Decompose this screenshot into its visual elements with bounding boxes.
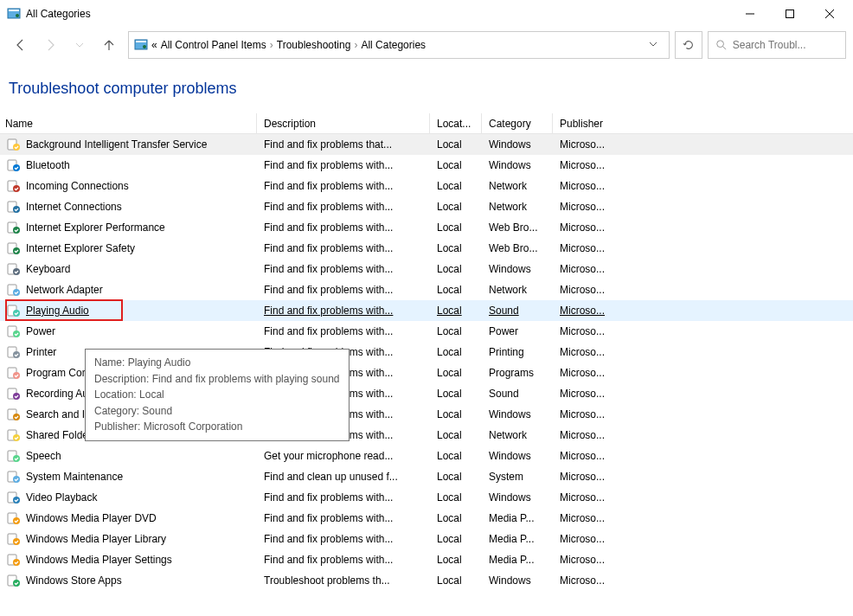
search-icon (715, 38, 728, 52)
svg-rect-1 (9, 10, 19, 11)
svg-point-21 (13, 227, 20, 234)
item-icon (7, 283, 21, 297)
cell-cat: Sound (482, 388, 553, 400)
table-row[interactable]: Background Intelligent Transfer ServiceF… (0, 134, 853, 155)
svg-point-13 (13, 144, 20, 151)
svg-point-53 (13, 559, 20, 566)
svg-point-35 (13, 372, 20, 379)
item-icon (7, 324, 21, 338)
cell-cat: Windows (482, 263, 553, 275)
control-panel-icon (7, 7, 21, 21)
cell-loc: Local (430, 554, 482, 566)
column-description[interactable]: Description (257, 113, 430, 133)
cell-desc: Find and fix problems with... (257, 554, 430, 566)
cell-cat: Power (482, 325, 553, 337)
breadcrumb-item[interactable]: Troubleshooting (277, 39, 351, 51)
item-icon (7, 262, 21, 276)
breadcrumb-item[interactable]: All Control Panel Items (161, 39, 266, 51)
cell-loc: Local (430, 574, 482, 587)
breadcrumb-item[interactable]: All Categories (361, 39, 426, 51)
svg-point-19 (13, 206, 20, 213)
table-row[interactable]: Windows Media Player DVDFind and fix pro… (0, 508, 853, 529)
table-row[interactable]: BluetoothFind and fix problems with...Lo… (0, 155, 853, 176)
cell-pub: Microso... (553, 263, 622, 275)
table-row[interactable]: Playing AudioFind and fix problems with.… (0, 300, 853, 321)
cell-name: System Maintenance (0, 470, 257, 484)
cell-cat: Windows (482, 138, 553, 151)
cell-pub: Microso... (553, 242, 622, 254)
recent-dropdown[interactable] (66, 31, 93, 59)
item-icon (7, 491, 21, 504)
cell-name: Background Intelligent Transfer Service (0, 138, 257, 151)
cell-desc: Find and fix problems with... (257, 325, 430, 337)
cell-pub: Microso... (553, 201, 622, 213)
item-icon (7, 241, 21, 255)
cell-pub: Microso... (553, 305, 622, 317)
table-row[interactable]: Internet Explorer PerformanceFind and fi… (0, 217, 853, 238)
chevron-right-icon[interactable]: › (270, 39, 273, 51)
cell-name: Video Playback (0, 491, 257, 504)
cell-cat: Windows (482, 491, 553, 504)
column-category[interactable]: Category (482, 113, 553, 133)
table-row[interactable]: Windows Media Player SettingsFind and fi… (0, 549, 853, 570)
item-icon (7, 366, 21, 380)
cell-name: Network Adapter (0, 283, 257, 297)
breadcrumb-overflow[interactable]: « (151, 39, 157, 51)
cell-name: Windows Media Player Settings (0, 553, 257, 567)
maximize-button[interactable] (770, 0, 810, 28)
forward-button[interactable] (36, 31, 64, 59)
column-name[interactable]: Name (0, 113, 257, 133)
cell-name: Internet Explorer Safety (0, 241, 257, 255)
cell-pub: Microso... (553, 388, 622, 400)
cell-loc: Local (430, 180, 482, 192)
cell-cat: System (482, 471, 553, 483)
refresh-button[interactable] (675, 31, 702, 59)
cell-loc: Local (430, 159, 482, 171)
cell-cat: Printing (482, 346, 553, 358)
close-button[interactable] (810, 0, 850, 28)
item-icon (7, 345, 21, 359)
cell-name: Bluetooth (0, 158, 257, 172)
tooltip: Name: Playing Audio Description: Find an… (85, 349, 350, 441)
table-row[interactable]: Incoming ConnectionsFind and fix problem… (0, 176, 853, 196)
table-row[interactable]: Video PlaybackFind and fix problems with… (0, 487, 853, 508)
cell-pub: Microso... (553, 471, 622, 483)
up-button[interactable] (95, 31, 123, 59)
item-icon (7, 449, 21, 463)
control-panel-icon (134, 38, 148, 52)
search-box[interactable] (708, 31, 846, 59)
table-row[interactable]: PowerFind and fix problems with...LocalP… (0, 321, 853, 342)
svg-point-10 (717, 41, 724, 48)
chevron-right-icon[interactable]: › (354, 39, 357, 51)
table-row[interactable]: Internet Explorer SafetyFind and fix pro… (0, 238, 853, 259)
item-icon (7, 158, 21, 172)
svg-point-25 (13, 268, 20, 275)
cell-cat: Programs (482, 367, 553, 379)
cell-cat: Sound (482, 305, 553, 317)
table-row[interactable]: Windows Store AppsTroubleshoot problems … (0, 570, 853, 591)
table-row[interactable]: SpeechGet your microphone read...LocalWi… (0, 446, 853, 466)
breadcrumb-dropdown[interactable] (643, 39, 664, 51)
svg-point-2 (16, 14, 19, 17)
cell-cat: Web Bro... (482, 221, 553, 234)
item-icon (7, 553, 21, 567)
table-row[interactable]: Network AdapterFind and fix problems wit… (0, 279, 853, 300)
svg-line-11 (723, 47, 726, 49)
search-input[interactable] (733, 39, 838, 51)
table-header: Name Description Locat... Category Publi… (0, 113, 853, 134)
svg-point-31 (13, 330, 20, 337)
cell-desc: Find and fix problems with... (257, 533, 430, 545)
table-row[interactable]: System MaintenanceFind and clean up unus… (0, 466, 853, 487)
cell-desc: Find and fix problems with... (257, 159, 430, 171)
cell-desc: Find and fix problems that... (257, 138, 430, 151)
cell-name: Playing Audio (0, 304, 257, 318)
column-publisher[interactable]: Publisher (553, 113, 622, 133)
item-icon (7, 532, 21, 546)
breadcrumb[interactable]: « All Control Panel Items › Troubleshoot… (128, 31, 670, 59)
table-row[interactable]: Internet ConnectionsFind and fix problem… (0, 196, 853, 217)
column-location[interactable]: Locat... (430, 113, 482, 133)
table-row[interactable]: KeyboardFind and fix problems with...Loc… (0, 259, 853, 279)
table-row[interactable]: Windows Media Player LibraryFind and fix… (0, 529, 853, 549)
minimize-button[interactable] (730, 0, 770, 28)
back-button[interactable] (7, 31, 35, 59)
